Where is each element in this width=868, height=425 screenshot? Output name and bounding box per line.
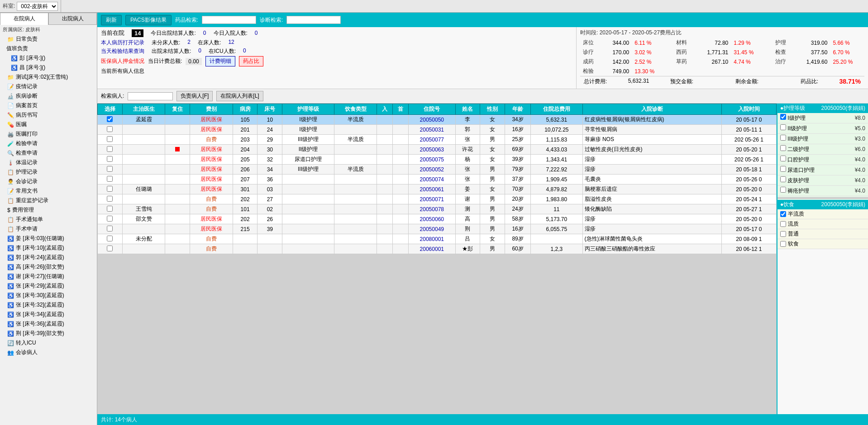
cell-nursing: I级护理 — [282, 115, 334, 125]
food-checkbox[interactable] — [780, 221, 786, 227]
sidebar-duty-label[interactable]: 值班负责 — [4, 44, 97, 53]
sidebar-item-3[interactable]: ✏️病历书写 — [0, 110, 97, 120]
cell-name: 李 — [455, 115, 480, 125]
sidebar-item-10[interactable]: 👨‍⚕️会诊记录 — [0, 177, 97, 186]
cell-hosp-no[interactable]: 20050031 — [409, 125, 456, 135]
cell-hosp-no[interactable]: 20050077 — [409, 135, 456, 145]
nursing-checkbox[interactable] — [780, 135, 786, 141]
cell-hosp-no[interactable]: 20050063 — [409, 145, 456, 155]
sidebar-person-2[interactable]: ♿郭 [床号:24](孟延霞) — [0, 253, 97, 262]
sidebar-person-5[interactable]: ♿张 [床号:29](孟延霞) — [0, 281, 97, 291]
diag-search-input[interactable] — [286, 16, 341, 24]
cell-select[interactable] — [98, 125, 123, 135]
cell-select[interactable] — [98, 244, 123, 254]
responsible-patients-btn[interactable]: 负责病人[F] — [176, 91, 213, 101]
sidebar-person-3[interactable]: ♿高 [床号:26](邵文赞) — [0, 262, 97, 272]
food-checkbox[interactable] — [780, 231, 786, 237]
nursing-checkbox[interactable] — [780, 187, 786, 193]
cell-name: 许花 — [455, 145, 480, 155]
tab-discharged[interactable]: 出院病人 — [48, 13, 97, 25]
cell-hosp-no[interactable]: 20050061 — [409, 184, 456, 194]
cell-hosp-no[interactable]: 20050074 — [409, 175, 456, 184]
nursing-checkbox[interactable] — [780, 124, 786, 130]
cell-hosp-no[interactable]: 20050052 — [409, 165, 456, 175]
cell-select[interactable] — [98, 234, 123, 244]
cell-select[interactable] — [98, 145, 123, 155]
nursing-checkbox[interactable] — [780, 156, 786, 161]
sidebar-fee[interactable]: $ 费用管理 — [0, 205, 97, 215]
sidebar-test-label[interactable]: 📁 测试[床号:02](王雪纯) — [0, 72, 97, 82]
nursing-checkbox[interactable] — [780, 114, 786, 120]
sidebar-consult[interactable]: 👥 会诊病人 — [0, 348, 97, 357]
search-input[interactable] — [128, 92, 173, 100]
sidebar-item-daily[interactable]: 📁 日常负责 — [0, 34, 97, 44]
cell-select[interactable] — [98, 224, 123, 234]
sidebar-duty-person-2[interactable]: ♿ 昌 [床号:]() — [4, 63, 97, 72]
sidebar-item-0[interactable]: 📝疫情记录 — [0, 82, 97, 91]
cell-hosp-no[interactable]: 20050078 — [409, 204, 456, 214]
sidebar-item-2[interactable]: 📄病案首页 — [0, 101, 97, 110]
cell-hosp-no[interactable]: 20060001 — [409, 244, 456, 254]
cell-admit-time: 20 05-20 0 — [721, 184, 776, 194]
cell-select[interactable] — [98, 175, 123, 184]
tab-inpatient[interactable]: 在院病人 — [0, 13, 48, 25]
all-patients-btn[interactable]: 在院病人列表[L] — [216, 91, 263, 101]
cell-hosp-no[interactable]: 20050049 — [409, 224, 456, 234]
nursing-checkbox[interactable] — [780, 176, 786, 182]
sidebar-person-0[interactable]: ♿姜 [床号:03](任璐璐) — [0, 234, 97, 243]
drug-search-input[interactable] — [202, 16, 256, 24]
sidebar-item-11[interactable]: 📝常用文书 — [0, 186, 97, 196]
drug-ratio-btn[interactable]: 药占比 — [239, 56, 263, 66]
discharge-count-link[interactable]: 0 — [203, 30, 206, 36]
refresh-button[interactable]: 刷新 — [101, 15, 122, 25]
unallocated-count[interactable]: 2 — [187, 39, 191, 47]
cell-select[interactable] — [98, 135, 123, 145]
food-checkbox[interactable] — [780, 211, 786, 217]
sidebar-icu[interactable]: 📋 重症监护记录 — [0, 196, 97, 205]
sidebar-person-4[interactable]: ♿谢 [床号:27](任璐璐) — [0, 272, 97, 281]
sidebar-item-5[interactable]: 🖨️医嘱打印 — [0, 129, 97, 139]
sidebar-item-6[interactable]: 🧪检验申请 — [0, 139, 97, 148]
dept-dropdown[interactable]: 002-皮肤科 — [17, 2, 58, 11]
cell-select[interactable] — [98, 214, 123, 224]
sidebar-person-9[interactable]: ♿张 [床号:36](孟延霞) — [0, 319, 97, 329]
food-checkbox[interactable] — [780, 241, 786, 247]
record-link[interactable]: 本人病历打开记录 — [101, 39, 144, 47]
cell-hosp-no[interactable]: 20050050 — [409, 115, 456, 125]
cell-select[interactable] — [98, 184, 123, 194]
cell-select[interactable] — [98, 155, 123, 165]
fee-detail-btn[interactable]: 计费明细 — [205, 56, 235, 66]
nursing-checkbox[interactable] — [780, 145, 786, 151]
sidebar-person-7[interactable]: ♿张 [床号:32](孟延霞) — [0, 300, 97, 310]
cell-select[interactable] — [98, 115, 123, 125]
cell-select[interactable] — [98, 165, 123, 175]
admit-count-link[interactable]: 0 — [255, 30, 258, 36]
cell-hosp-no[interactable]: 20080001 — [409, 234, 456, 244]
sidebar-person-1[interactable]: ♿李 [床号:10](孟延霞) — [0, 243, 97, 253]
sidebar-person-10[interactable]: ♿荆 [床号:39](邵文赞) — [0, 329, 97, 338]
pacs-button[interactable]: PACS影像结果 — [125, 15, 172, 25]
cell-select[interactable] — [98, 204, 123, 214]
unpaid-count[interactable]: 0 — [198, 47, 201, 55]
insurance-link[interactable]: 医保病人押金情况 — [101, 57, 144, 65]
sidebar-surgery-apply[interactable]: 📋 手术申请 — [0, 224, 97, 234]
test-result-link[interactable]: 当天检验结果查询 — [101, 47, 144, 55]
cell-hosp-no[interactable]: 20050075 — [409, 155, 456, 165]
sidebar-item-7[interactable]: 🔍检查申请 — [0, 148, 97, 158]
sidebar-item-4[interactable]: 💊医嘱 — [0, 120, 97, 129]
sidebar-item-9[interactable]: 📋护理记录 — [0, 167, 97, 177]
sidebar-duty-person-1[interactable]: ♿ 彭 [床号:]() — [4, 53, 97, 63]
sidebar-item-1[interactable]: 🔬疾病诊断 — [0, 91, 97, 101]
cell-hosp-no[interactable]: 20050060 — [409, 214, 456, 224]
icu-count[interactable]: 0 — [243, 47, 246, 55]
cell-select[interactable] — [98, 194, 123, 204]
cell-hosp-no[interactable]: 20050071 — [409, 194, 456, 204]
sidebar-surgery-notice[interactable]: 📋 手术通知单 — [0, 215, 97, 224]
sidebar-item-8[interactable]: 🌡️体温记录 — [0, 158, 97, 167]
inbed-count[interactable]: 12 — [228, 39, 234, 47]
nursing-checkbox[interactable] — [780, 166, 786, 172]
nursing-item: 皮肤护理 ¥4.0 — [777, 175, 868, 186]
sidebar-person-6[interactable]: ♿张 [床号:30](孟延霞) — [0, 291, 97, 300]
sidebar-transfer-icu[interactable]: 🔄 转入ICU — [0, 338, 97, 348]
sidebar-person-8[interactable]: ♿张 [床号:34](孟延霞) — [0, 310, 97, 319]
